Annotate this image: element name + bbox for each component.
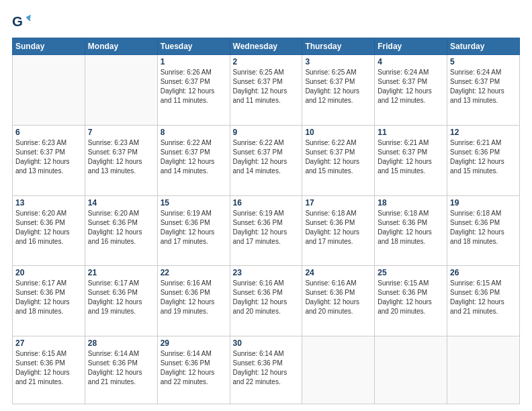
day-info: Sunrise: 6:21 AM Sunset: 6:37 PM Dayligh… <box>378 138 444 176</box>
day-number: 5 <box>450 57 517 66</box>
calendar-cell: 7Sunrise: 6:23 AM Sunset: 6:37 PM Daylig… <box>85 125 157 195</box>
day-number: 2 <box>233 57 300 66</box>
calendar-cell: 27Sunrise: 6:15 AM Sunset: 6:36 PM Dayli… <box>13 336 85 404</box>
day-info: Sunrise: 6:15 AM Sunset: 6:36 PM Dayligh… <box>378 279 444 316</box>
day-info: Sunrise: 6:19 AM Sunset: 6:36 PM Dayligh… <box>233 209 300 246</box>
day-number: 23 <box>233 268 300 277</box>
calendar-cell <box>375 336 447 404</box>
day-info: Sunrise: 6:18 AM Sunset: 6:36 PM Dayligh… <box>450 209 517 246</box>
day-info: Sunrise: 6:24 AM Sunset: 6:37 PM Dayligh… <box>378 68 444 105</box>
day-info: Sunrise: 6:15 AM Sunset: 6:36 PM Dayligh… <box>450 279 517 316</box>
day-info: Sunrise: 6:23 AM Sunset: 6:37 PM Dayligh… <box>15 138 82 176</box>
calendar-cell: 4Sunrise: 6:24 AM Sunset: 6:37 PM Daylig… <box>375 55 447 126</box>
day-info: Sunrise: 6:20 AM Sunset: 6:36 PM Dayligh… <box>88 209 154 246</box>
calendar-cell: 26Sunrise: 6:15 AM Sunset: 6:36 PM Dayli… <box>447 266 520 336</box>
day-number: 9 <box>233 128 300 137</box>
calendar-cell: 23Sunrise: 6:16 AM Sunset: 6:36 PM Dayli… <box>230 266 302 336</box>
day-info: Sunrise: 6:14 AM Sunset: 6:36 PM Dayligh… <box>88 349 154 387</box>
day-number: 26 <box>450 268 517 277</box>
day-info: Sunrise: 6:17 AM Sunset: 6:36 PM Dayligh… <box>15 279 82 316</box>
calendar-header-monday: Monday <box>85 38 157 55</box>
day-number: 8 <box>161 128 227 137</box>
day-number: 6 <box>15 128 82 137</box>
calendar-cell: 1Sunrise: 6:26 AM Sunset: 6:37 PM Daylig… <box>157 55 230 126</box>
day-number: 30 <box>233 338 300 348</box>
day-number: 22 <box>161 268 227 277</box>
day-number: 1 <box>161 57 227 66</box>
calendar-cell: 9Sunrise: 6:22 AM Sunset: 6:37 PM Daylig… <box>230 125 302 195</box>
calendar-cell <box>13 55 85 126</box>
day-number: 16 <box>233 198 300 208</box>
day-number: 10 <box>305 128 371 137</box>
calendar-cell: 16Sunrise: 6:19 AM Sunset: 6:36 PM Dayli… <box>230 195 302 266</box>
day-number: 17 <box>305 198 371 208</box>
day-number: 20 <box>15 268 82 277</box>
day-info: Sunrise: 6:21 AM Sunset: 6:36 PM Dayligh… <box>450 138 517 176</box>
day-info: Sunrise: 6:22 AM Sunset: 6:37 PM Dayligh… <box>305 138 371 176</box>
calendar-cell: 13Sunrise: 6:20 AM Sunset: 6:36 PM Dayli… <box>13 195 85 266</box>
page: G SundayMondayTuesdayWednesdayThursdayFr… <box>0 0 532 411</box>
svg-text:G: G <box>12 13 23 29</box>
calendar-cell: 28Sunrise: 6:14 AM Sunset: 6:36 PM Dayli… <box>85 336 157 404</box>
calendar-cell: 3Sunrise: 6:25 AM Sunset: 6:37 PM Daylig… <box>302 55 375 126</box>
calendar-cell: 10Sunrise: 6:22 AM Sunset: 6:37 PM Dayli… <box>302 125 375 195</box>
day-info: Sunrise: 6:23 AM Sunset: 6:37 PM Dayligh… <box>88 138 154 176</box>
day-number: 29 <box>161 338 227 348</box>
day-info: Sunrise: 6:18 AM Sunset: 6:36 PM Dayligh… <box>305 209 371 246</box>
calendar-header-friday: Friday <box>375 38 447 55</box>
day-number: 14 <box>88 198 154 208</box>
day-number: 11 <box>378 128 444 137</box>
calendar-cell: 20Sunrise: 6:17 AM Sunset: 6:36 PM Dayli… <box>13 266 85 336</box>
calendar-header-thursday: Thursday <box>302 38 375 55</box>
day-info: Sunrise: 6:15 AM Sunset: 6:36 PM Dayligh… <box>15 349 82 387</box>
calendar-cell: 11Sunrise: 6:21 AM Sunset: 6:37 PM Dayli… <box>375 125 447 195</box>
calendar-cell: 22Sunrise: 6:16 AM Sunset: 6:36 PM Dayli… <box>157 266 230 336</box>
day-info: Sunrise: 6:16 AM Sunset: 6:36 PM Dayligh… <box>233 279 300 316</box>
logo: G <box>12 12 34 31</box>
calendar-cell <box>85 55 157 126</box>
calendar-cell: 17Sunrise: 6:18 AM Sunset: 6:36 PM Dayli… <box>302 195 375 266</box>
day-number: 28 <box>88 338 154 348</box>
day-info: Sunrise: 6:18 AM Sunset: 6:36 PM Dayligh… <box>378 209 444 246</box>
day-number: 3 <box>305 57 371 66</box>
day-number: 13 <box>15 198 82 208</box>
day-number: 21 <box>88 268 154 277</box>
day-info: Sunrise: 6:16 AM Sunset: 6:36 PM Dayligh… <box>305 279 371 316</box>
calendar-header-row: SundayMondayTuesdayWednesdayThursdayFrid… <box>13 38 520 55</box>
day-info: Sunrise: 6:16 AM Sunset: 6:36 PM Dayligh… <box>161 279 227 316</box>
day-number: 24 <box>305 268 371 277</box>
header: G <box>12 12 520 31</box>
day-number: 4 <box>378 57 444 66</box>
day-number: 27 <box>15 338 82 348</box>
calendar-cell: 24Sunrise: 6:16 AM Sunset: 6:36 PM Dayli… <box>302 266 375 336</box>
calendar-cell: 21Sunrise: 6:17 AM Sunset: 6:36 PM Dayli… <box>85 266 157 336</box>
day-info: Sunrise: 6:26 AM Sunset: 6:37 PM Dayligh… <box>161 68 227 105</box>
day-number: 25 <box>378 268 444 277</box>
calendar-cell: 12Sunrise: 6:21 AM Sunset: 6:36 PM Dayli… <box>447 125 520 195</box>
calendar-cell: 30Sunrise: 6:14 AM Sunset: 6:36 PM Dayli… <box>230 336 302 404</box>
calendar-cell: 5Sunrise: 6:24 AM Sunset: 6:37 PM Daylig… <box>447 55 520 126</box>
calendar-cell: 6Sunrise: 6:23 AM Sunset: 6:37 PM Daylig… <box>13 125 85 195</box>
day-info: Sunrise: 6:25 AM Sunset: 6:37 PM Dayligh… <box>305 68 371 105</box>
calendar-header-wednesday: Wednesday <box>230 38 302 55</box>
day-info: Sunrise: 6:22 AM Sunset: 6:37 PM Dayligh… <box>233 138 300 176</box>
calendar-header-saturday: Saturday <box>447 38 520 55</box>
day-info: Sunrise: 6:20 AM Sunset: 6:36 PM Dayligh… <box>15 209 82 246</box>
calendar-cell <box>447 336 520 404</box>
day-number: 12 <box>450 128 517 137</box>
day-info: Sunrise: 6:25 AM Sunset: 6:37 PM Dayligh… <box>233 68 300 105</box>
calendar-cell: 19Sunrise: 6:18 AM Sunset: 6:36 PM Dayli… <box>447 195 520 266</box>
day-info: Sunrise: 6:22 AM Sunset: 6:37 PM Dayligh… <box>161 138 227 176</box>
calendar-table: SundayMondayTuesdayWednesdayThursdayFrid… <box>12 38 520 404</box>
calendar-cell: 15Sunrise: 6:19 AM Sunset: 6:36 PM Dayli… <box>157 195 230 266</box>
calendar-header-sunday: Sunday <box>13 38 85 55</box>
calendar-cell: 2Sunrise: 6:25 AM Sunset: 6:37 PM Daylig… <box>230 55 302 126</box>
calendar-header-tuesday: Tuesday <box>157 38 230 55</box>
day-number: 15 <box>161 198 227 208</box>
day-number: 7 <box>88 128 154 137</box>
day-info: Sunrise: 6:24 AM Sunset: 6:37 PM Dayligh… <box>450 68 517 105</box>
calendar-cell: 18Sunrise: 6:18 AM Sunset: 6:36 PM Dayli… <box>375 195 447 266</box>
calendar-cell <box>302 336 375 404</box>
calendar-cell: 8Sunrise: 6:22 AM Sunset: 6:37 PM Daylig… <box>157 125 230 195</box>
day-number: 19 <box>450 198 517 208</box>
